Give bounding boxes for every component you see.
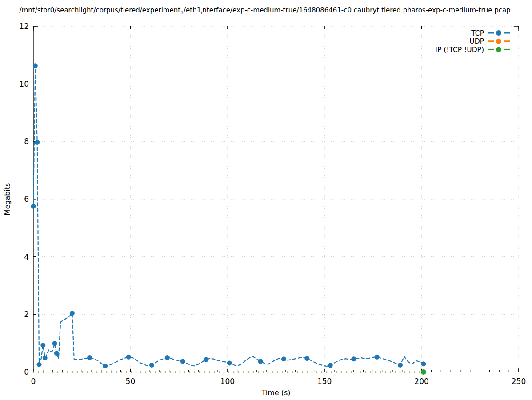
legend-sample-marker (496, 30, 501, 36)
series-tcp-marker (52, 341, 57, 346)
series-tcp-marker (37, 362, 42, 367)
corner-top-right (514, 26, 519, 31)
series-tcp-marker (351, 356, 356, 361)
legend-sample-marker (496, 47, 501, 52)
series-tcp-marker (375, 355, 380, 360)
chart-title-part2: /eth1 (184, 6, 201, 14)
y-tick-label: 2 (24, 310, 29, 319)
legend-label: TCP (471, 29, 484, 37)
series-ip-end-marker (421, 369, 426, 375)
x-tick-label: 0 (31, 377, 36, 386)
axis-layer: 050100150200250024681012 (19, 22, 526, 386)
series-tcp-marker (126, 355, 131, 360)
x-tick-label: 200 (414, 377, 428, 386)
series-tcp-marker (31, 204, 36, 209)
y-tick-label: 10 (19, 80, 29, 88)
legend-item-ip: IP (!TCP !UDP) (435, 46, 510, 54)
series-tcp-marker (43, 356, 48, 360)
y-tick-label: 0 (24, 368, 29, 376)
x-axis-label: Time (s) (261, 388, 290, 397)
series-tcp-marker (87, 355, 92, 360)
chart-title: /mnt/stor0/searchlight/corpus/tiered/exp… (0, 6, 532, 16)
legend-item-tcp: TCP (471, 29, 510, 37)
chart-title-sub1: 1 (180, 10, 184, 16)
series-tcp-marker (281, 356, 286, 361)
y-tick-label: 4 (24, 252, 29, 261)
series-tcp-marker (165, 355, 170, 360)
series-tcp-marker (227, 360, 232, 365)
series-layer (31, 63, 426, 375)
series-tcp-marker (180, 359, 185, 364)
series-tcp-marker (40, 343, 45, 348)
legend-label: IP (!TCP !UDP) (435, 46, 484, 54)
legend-item-udp: UDP (469, 37, 510, 45)
y-axis-label: Megabits (3, 183, 12, 216)
series-tcp-marker (328, 363, 333, 368)
series-tcp-line (33, 66, 424, 366)
series-tcp-marker (204, 357, 208, 362)
chart-title-part3: nterface/exp-c-medium-true/1648086461-c0… (202, 6, 512, 14)
series-tcp-marker (103, 364, 108, 368)
series-tcp-marker (54, 351, 59, 356)
x-tick-label: 50 (126, 377, 136, 386)
series-tcp-marker (149, 363, 154, 368)
series-tcp-marker (70, 311, 75, 316)
grid-layer (33, 26, 519, 372)
series-tcp-marker (398, 363, 403, 368)
x-tick-label: 250 (512, 377, 526, 386)
series-tcp-marker (304, 356, 309, 361)
y-tick-label: 8 (24, 137, 29, 146)
series-tcp-marker (421, 361, 426, 366)
legend-label: UDP (469, 37, 484, 45)
legend: TCPUDPIP (!TCP !UDP) (435, 29, 510, 54)
chart-title-part1: /mnt/stor0/searchlight/corpus/tiered/exp… (20, 6, 180, 14)
corner-top-left (33, 26, 38, 31)
x-tick-label: 150 (317, 377, 332, 386)
x-tick-label: 100 (220, 377, 235, 386)
y-tick-label: 12 (19, 22, 29, 31)
legend-sample-marker (496, 39, 501, 44)
series-tcp-marker (33, 63, 38, 68)
plot-window: /mnt/stor0/searchlight/corpus/tiered/exp… (0, 0, 532, 400)
chart-canvas: 050100150200250024681012 TCPUDPIP (!TCP … (0, 0, 532, 400)
y-tick-label: 6 (24, 195, 29, 204)
series-tcp-marker (35, 140, 40, 145)
series-tcp-marker (258, 359, 263, 364)
